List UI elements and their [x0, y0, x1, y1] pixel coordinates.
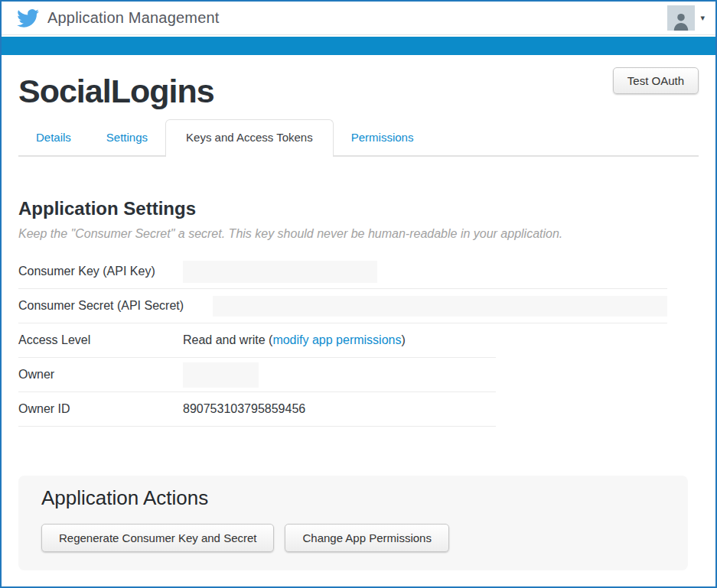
table-row-owner-id: Owner ID 890753103795859456	[18, 392, 496, 427]
tab-details[interactable]: Details	[18, 120, 89, 155]
consumer-secret-label: Consumer Secret (API Secret)	[18, 299, 197, 313]
access-level-text: Read and write (	[183, 333, 272, 346]
user-avatar-icon	[671, 11, 691, 31]
modify-app-permissions-link[interactable]: modify app permissions	[272, 333, 401, 346]
dropdown-caret-icon[interactable]: ▾	[700, 14, 705, 22]
app-title: Application Management	[47, 9, 220, 27]
tab-bar: Details Settings Keys and Access Tokens …	[18, 119, 699, 157]
consumer-secret-note: Keep the "Consumer Secret" a secret. Thi…	[18, 227, 699, 241]
consumer-key-redacted-value	[183, 261, 377, 283]
main-content: SocialLogins Test OAuth Details Settings…	[2, 55, 715, 570]
page-title: SocialLogins	[18, 73, 214, 109]
tab-permissions[interactable]: Permissions	[334, 120, 432, 155]
top-header-bar: Application Management ▾	[2, 2, 715, 35]
actions-button-row: Regenerate Consumer Key and Secret Chang…	[41, 524, 665, 552]
application-actions-heading: Application Actions	[41, 486, 665, 510]
tab-settings[interactable]: Settings	[89, 120, 165, 155]
page-header: SocialLogins Test OAuth	[18, 55, 699, 109]
regenerate-consumer-key-button[interactable]: Regenerate Consumer Key and Secret	[41, 524, 274, 552]
change-app-permissions-button[interactable]: Change App Permissions	[285, 524, 448, 552]
owner-redacted-value	[183, 362, 259, 388]
table-row-consumer-key: Consumer Key (API Key)	[18, 255, 667, 289]
application-actions-panel: Application Actions Regenerate Consumer …	[18, 476, 688, 570]
application-settings-heading: Application Settings	[18, 198, 699, 219]
user-menu[interactable]: ▾	[667, 5, 705, 31]
tab-keys-and-access-tokens[interactable]: Keys and Access Tokens	[165, 119, 334, 157]
consumer-key-label: Consumer Key (API Key)	[18, 265, 183, 278]
access-level-text-suffix: )	[401, 333, 405, 346]
twitter-bird-icon	[17, 9, 39, 28]
table-row-owner: Owner	[18, 358, 496, 392]
owner-id-label: Owner ID	[18, 402, 183, 416]
test-oauth-button[interactable]: Test OAuth	[613, 67, 699, 94]
owner-id-value: 890753103795859456	[183, 402, 305, 416]
access-level-value: Read and write (modify app permissions)	[183, 333, 406, 347]
user-avatar[interactable]	[667, 5, 695, 31]
brand-banner-strip	[2, 37, 715, 55]
table-row-access-level: Access Level Read and write (modify app …	[18, 323, 496, 358]
settings-table: Consumer Key (API Key) Consumer Secret (…	[18, 255, 699, 427]
owner-label: Owner	[18, 368, 183, 382]
table-row-consumer-secret: Consumer Secret (API Secret)	[18, 289, 667, 323]
consumer-secret-redacted-value	[213, 296, 667, 317]
access-level-label: Access Level	[18, 333, 183, 347]
